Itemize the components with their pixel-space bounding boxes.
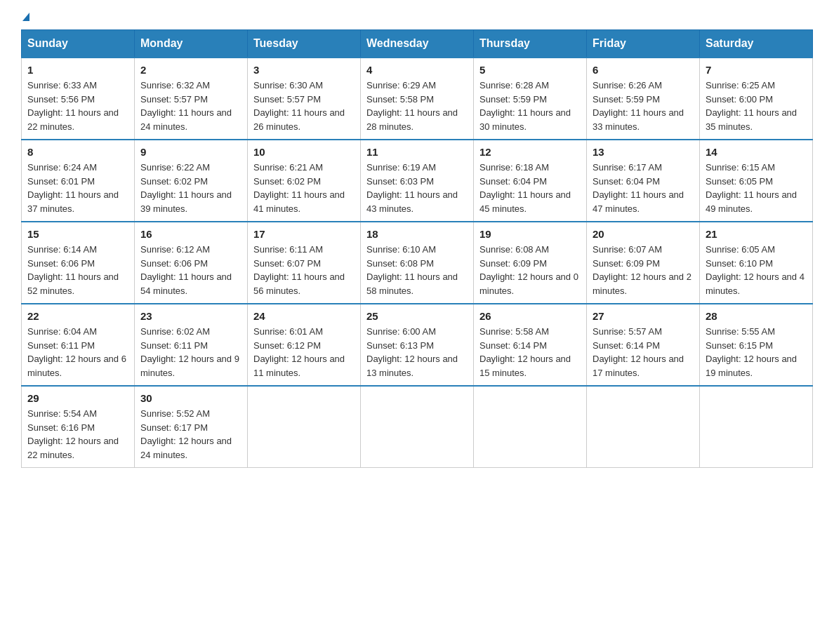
calendar-cell: 9Sunrise: 6:22 AMSunset: 6:02 PMDaylight… [135, 140, 248, 222]
day-number: 30 [140, 392, 241, 404]
calendar-cell [248, 386, 361, 468]
day-number: 11 [366, 146, 468, 158]
day-of-week-header: Saturday [700, 30, 813, 58]
calendar-cell: 17Sunrise: 6:11 AMSunset: 6:07 PMDayligh… [248, 222, 361, 304]
day-number: 14 [706, 146, 807, 158]
day-number: 29 [27, 392, 128, 404]
day-sun-info: Sunrise: 6:21 AMSunset: 6:02 PMDaylight:… [253, 161, 355, 215]
day-of-week-header: Monday [135, 30, 248, 58]
calendar-cell [474, 386, 587, 468]
calendar-cell: 3Sunrise: 6:30 AMSunset: 5:57 PMDaylight… [248, 58, 361, 140]
day-number: 1 [27, 64, 128, 76]
day-number: 16 [140, 228, 241, 240]
day-sun-info: Sunrise: 6:02 AMSunset: 6:11 PMDaylight:… [140, 325, 241, 380]
calendar-cell: 23Sunrise: 6:02 AMSunset: 6:11 PMDayligh… [135, 304, 248, 386]
calendar-cell: 16Sunrise: 6:12 AMSunset: 6:06 PMDayligh… [135, 222, 248, 304]
calendar-cell: 11Sunrise: 6:19 AMSunset: 6:03 PMDayligh… [361, 140, 474, 222]
day-number: 2 [140, 64, 241, 76]
day-number: 23 [140, 310, 241, 322]
day-number: 24 [253, 310, 355, 322]
day-number: 4 [366, 64, 468, 76]
calendar-cell: 21Sunrise: 6:05 AMSunset: 6:10 PMDayligh… [700, 222, 813, 304]
day-sun-info: Sunrise: 6:12 AMSunset: 6:06 PMDaylight:… [140, 243, 241, 297]
day-sun-info: Sunrise: 6:30 AMSunset: 5:57 PMDaylight:… [253, 79, 355, 133]
calendar-cell: 30Sunrise: 5:52 AMSunset: 6:17 PMDayligh… [135, 386, 248, 468]
day-sun-info: Sunrise: 6:32 AMSunset: 5:57 PMDaylight:… [140, 79, 241, 133]
day-sun-info: Sunrise: 6:10 AMSunset: 6:08 PMDaylight:… [366, 243, 468, 297]
day-number: 20 [593, 228, 694, 240]
day-sun-info: Sunrise: 6:24 AMSunset: 6:01 PMDaylight:… [27, 161, 128, 215]
day-sun-info: Sunrise: 6:33 AMSunset: 5:56 PMDaylight:… [27, 79, 128, 133]
day-number: 18 [366, 228, 468, 240]
day-sun-info: Sunrise: 6:19 AMSunset: 6:03 PMDaylight:… [366, 161, 468, 215]
day-sun-info: Sunrise: 6:28 AMSunset: 5:59 PMDaylight:… [479, 79, 581, 133]
calendar-cell: 22Sunrise: 6:04 AMSunset: 6:11 PMDayligh… [22, 304, 135, 386]
calendar-cell: 26Sunrise: 5:58 AMSunset: 6:14 PMDayligh… [474, 304, 587, 386]
calendar-week-row: 1Sunrise: 6:33 AMSunset: 5:56 PMDaylight… [22, 58, 813, 140]
logo-arrow-icon [22, 13, 29, 21]
day-number: 9 [140, 146, 241, 158]
day-sun-info: Sunrise: 6:04 AMSunset: 6:11 PMDaylight:… [27, 325, 128, 380]
calendar-cell: 1Sunrise: 6:33 AMSunset: 5:56 PMDaylight… [22, 58, 135, 140]
calendar-cell [361, 386, 474, 468]
calendar-cell: 27Sunrise: 5:57 AMSunset: 6:14 PMDayligh… [587, 304, 700, 386]
calendar-cell [700, 386, 813, 468]
calendar-cell: 25Sunrise: 6:00 AMSunset: 6:13 PMDayligh… [361, 304, 474, 386]
day-sun-info: Sunrise: 5:55 AMSunset: 6:15 PMDaylight:… [706, 325, 807, 380]
day-number: 22 [27, 310, 128, 322]
calendar-cell: 14Sunrise: 6:15 AMSunset: 6:05 PMDayligh… [700, 140, 813, 222]
day-number: 10 [253, 146, 355, 158]
page-header [21, 14, 813, 22]
day-number: 21 [706, 228, 807, 240]
day-sun-info: Sunrise: 6:15 AMSunset: 6:05 PMDaylight:… [706, 161, 807, 215]
calendar-cell: 6Sunrise: 6:26 AMSunset: 5:59 PMDaylight… [587, 58, 700, 140]
calendar-week-row: 8Sunrise: 6:24 AMSunset: 6:01 PMDaylight… [22, 140, 813, 222]
day-number: 6 [593, 64, 694, 76]
day-number: 19 [479, 228, 581, 240]
calendar-cell: 29Sunrise: 5:54 AMSunset: 6:16 PMDayligh… [22, 386, 135, 468]
day-number: 15 [27, 228, 128, 240]
calendar-cell: 7Sunrise: 6:25 AMSunset: 6:00 PMDaylight… [700, 58, 813, 140]
calendar-cell: 4Sunrise: 6:29 AMSunset: 5:58 PMDaylight… [361, 58, 474, 140]
day-of-week-header: Wednesday [361, 30, 474, 58]
day-sun-info: Sunrise: 6:14 AMSunset: 6:06 PMDaylight:… [27, 243, 128, 297]
day-number: 28 [706, 310, 807, 322]
day-sun-info: Sunrise: 6:18 AMSunset: 6:04 PMDaylight:… [479, 161, 581, 215]
calendar-cell: 10Sunrise: 6:21 AMSunset: 6:02 PMDayligh… [248, 140, 361, 222]
calendar-cell: 15Sunrise: 6:14 AMSunset: 6:06 PMDayligh… [22, 222, 135, 304]
day-sun-info: Sunrise: 6:25 AMSunset: 6:00 PMDaylight:… [706, 79, 807, 133]
day-sun-info: Sunrise: 6:05 AMSunset: 6:10 PMDaylight:… [706, 243, 807, 297]
day-number: 5 [479, 64, 581, 76]
day-of-week-header: Tuesday [248, 30, 361, 58]
day-number: 25 [366, 310, 468, 322]
day-sun-info: Sunrise: 5:52 AMSunset: 6:17 PMDaylight:… [140, 407, 241, 462]
day-number: 8 [27, 146, 128, 158]
day-sun-info: Sunrise: 5:58 AMSunset: 6:14 PMDaylight:… [479, 325, 581, 380]
logo [21, 14, 29, 22]
day-sun-info: Sunrise: 6:01 AMSunset: 6:12 PMDaylight:… [253, 325, 355, 380]
day-number: 7 [706, 64, 807, 76]
calendar-cell: 18Sunrise: 6:10 AMSunset: 6:08 PMDayligh… [361, 222, 474, 304]
calendar-table: SundayMondayTuesdayWednesdayThursdayFrid… [21, 29, 813, 468]
day-sun-info: Sunrise: 6:26 AMSunset: 5:59 PMDaylight:… [593, 79, 694, 133]
calendar-cell: 2Sunrise: 6:32 AMSunset: 5:57 PMDaylight… [135, 58, 248, 140]
day-sun-info: Sunrise: 6:07 AMSunset: 6:09 PMDaylight:… [593, 243, 694, 297]
day-sun-info: Sunrise: 6:22 AMSunset: 6:02 PMDaylight:… [140, 161, 241, 215]
day-number: 26 [479, 310, 581, 322]
day-sun-info: Sunrise: 5:57 AMSunset: 6:14 PMDaylight:… [593, 325, 694, 380]
day-sun-info: Sunrise: 6:08 AMSunset: 6:09 PMDaylight:… [479, 243, 581, 297]
day-number: 27 [593, 310, 694, 322]
calendar-cell: 28Sunrise: 5:55 AMSunset: 6:15 PMDayligh… [700, 304, 813, 386]
calendar-cell: 20Sunrise: 6:07 AMSunset: 6:09 PMDayligh… [587, 222, 700, 304]
day-sun-info: Sunrise: 6:17 AMSunset: 6:04 PMDaylight:… [593, 161, 694, 215]
calendar-cell: 24Sunrise: 6:01 AMSunset: 6:12 PMDayligh… [248, 304, 361, 386]
day-sun-info: Sunrise: 5:54 AMSunset: 6:16 PMDaylight:… [27, 407, 128, 462]
calendar-cell: 5Sunrise: 6:28 AMSunset: 5:59 PMDaylight… [474, 58, 587, 140]
calendar-cell [587, 386, 700, 468]
calendar-cell: 8Sunrise: 6:24 AMSunset: 6:01 PMDaylight… [22, 140, 135, 222]
calendar-week-row: 15Sunrise: 6:14 AMSunset: 6:06 PMDayligh… [22, 222, 813, 304]
calendar-week-row: 29Sunrise: 5:54 AMSunset: 6:16 PMDayligh… [22, 386, 813, 468]
day-number: 17 [253, 228, 355, 240]
day-of-week-header: Sunday [22, 30, 135, 58]
calendar-week-row: 22Sunrise: 6:04 AMSunset: 6:11 PMDayligh… [22, 304, 813, 386]
